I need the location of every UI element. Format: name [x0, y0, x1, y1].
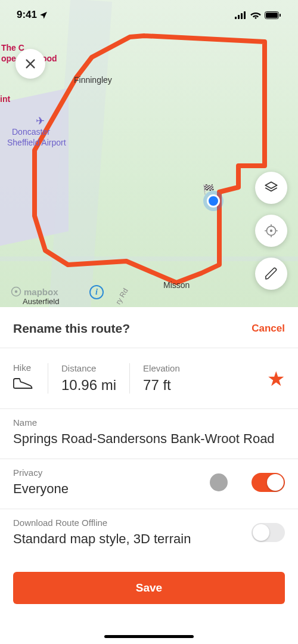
privacy-section: Privacy Everyone [0, 459, 298, 509]
distance-value: 10.96 mi [61, 377, 116, 394]
home-indicator[interactable] [104, 635, 194, 638]
status-time: 9:41 [17, 9, 37, 21]
stat-label: Distance [61, 363, 116, 373]
privacy-left[interactable]: Privacy Everyone [13, 467, 210, 497]
svg-rect-6 [280, 14, 281, 17]
svg-rect-1 [238, 15, 240, 19]
stats-row: Hike Distance 10.96 mi Elevation 77 ft ★ [0, 348, 298, 408]
stat-distance: Distance 10.96 mi [48, 363, 129, 394]
elevation-value: 77 ft [143, 377, 180, 394]
locate-icon [263, 223, 279, 239]
map-airport-label: Doncaster [12, 127, 50, 137]
download-left[interactable]: Download Route Offline Standard map styl… [13, 518, 252, 547]
map-poi-label: The C [1, 43, 24, 52]
layers-button[interactable] [255, 172, 287, 204]
close-icon [24, 57, 37, 70]
download-label: Download Route Offline [13, 518, 252, 528]
name-label: Name [13, 417, 285, 428]
name-section[interactable]: Name Springs Road-Sandersons Bank-Wroot … [0, 408, 298, 459]
sheet-title: Rename this route? [13, 321, 130, 336]
close-button[interactable] [15, 49, 45, 79]
privacy-toggle[interactable] [252, 473, 285, 492]
save-button[interactable]: Save [13, 572, 285, 604]
wifi-icon [250, 11, 261, 19]
map-poi-label: int [0, 94, 10, 104]
finish-flag-icon: 🏁 [203, 184, 215, 195]
privacy-label: Privacy [13, 467, 210, 478]
location-arrow-icon [39, 11, 48, 19]
current-location-dot [207, 194, 220, 208]
status-icons [235, 11, 281, 19]
status-bar: 9:41 [0, 0, 298, 30]
map-place-label: Finningley [74, 75, 112, 85]
sheet-header: Rename this route? Cancel [0, 307, 298, 348]
pencil-icon [264, 267, 278, 281]
privacy-value: Everyone [13, 481, 210, 497]
map-attribution-text: mapbox [24, 287, 58, 297]
map-place-label: Austerfield [23, 297, 59, 306]
map-attribution: mapbox [11, 286, 58, 297]
stat-label: Elevation [143, 363, 180, 373]
cancel-button[interactable]: Cancel [252, 323, 285, 335]
info-button[interactable]: i [89, 285, 104, 299]
svg-point-8 [270, 230, 272, 232]
stat-label: Hike [13, 363, 35, 373]
stat-hike: Hike [13, 363, 48, 394]
layers-icon [263, 180, 279, 196]
edit-button[interactable] [255, 258, 287, 290]
locate-button[interactable] [255, 215, 287, 247]
map-poi-label: ope [1, 54, 16, 63]
stat-elevation: Elevation 77 ft [129, 363, 193, 394]
download-value: Standard map style, 3D terrain [13, 531, 252, 547]
name-value: Springs Road-Sandersons Bank-Wroot Road [13, 431, 285, 447]
map-airport-label: Sheffield Airport [7, 138, 66, 147]
favorite-button[interactable]: ★ [267, 367, 285, 391]
battery-icon [265, 11, 281, 19]
svg-rect-5 [266, 13, 278, 18]
cellular-icon [235, 11, 247, 19]
map-view[interactable]: 🏁 The C ope ood int Finningley Doncaster… [0, 0, 298, 307]
download-section: Download Route Offline Standard map styl… [0, 509, 298, 559]
svg-rect-2 [241, 13, 243, 19]
bottom-sheet: Rename this route? Cancel Hike Distance … [0, 307, 298, 644]
download-toggle[interactable] [252, 523, 285, 542]
svg-rect-3 [244, 11, 246, 19]
svg-point-10 [15, 290, 18, 293]
mapbox-logo-icon [11, 286, 21, 297]
airport-icon: ✈ [36, 114, 45, 128]
map-road-decor [0, 256, 298, 261]
svg-rect-0 [235, 17, 237, 19]
status-time-group: 9:41 [17, 9, 48, 21]
boot-icon [13, 376, 35, 392]
privacy-dot-indicator [210, 473, 228, 491]
map-road-label: ry Rd [114, 287, 129, 306]
map-place-label: Misson [163, 280, 190, 290]
